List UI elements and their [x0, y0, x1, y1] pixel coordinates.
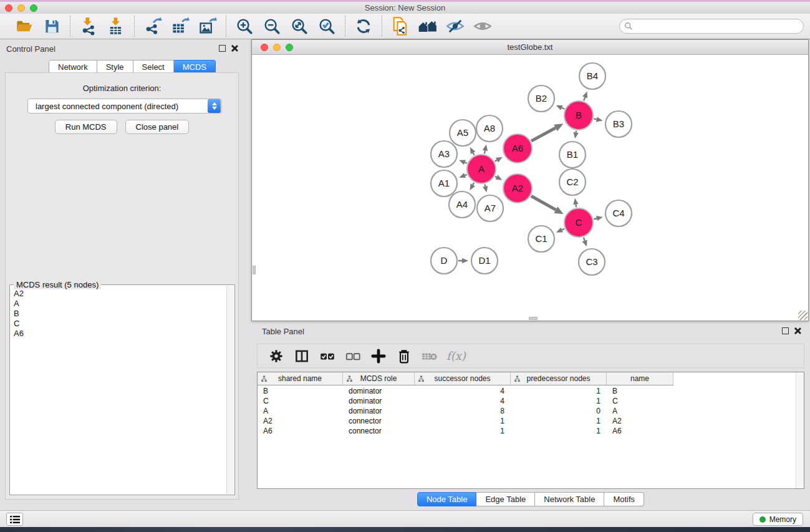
float-panel-icon[interactable]: [219, 45, 226, 52]
network-window-titlebar[interactable]: testGlobe.txt: [252, 40, 808, 55]
table-row[interactable]: A2connector11A2: [258, 416, 796, 426]
memory-button[interactable]: Memory: [753, 513, 803, 526]
hide-graphics-button[interactable]: [443, 16, 467, 37]
network-node-B1[interactable]: B1: [559, 142, 586, 168]
column-header-name[interactable]: name: [607, 372, 673, 385]
table-scrollbar[interactable]: [796, 372, 804, 488]
network-node-D1[interactable]: D1: [471, 248, 498, 274]
add-row-button[interactable]: [367, 346, 390, 366]
delete-row-button[interactable]: [393, 346, 415, 366]
network-node-C2[interactable]: C2: [559, 169, 586, 195]
column-header-successor-nodes[interactable]: successor nodes: [415, 372, 511, 385]
table-row[interactable]: Bdominator41B: [258, 386, 796, 396]
network-node-A4[interactable]: A4: [449, 191, 475, 218]
svg-text:B: B: [576, 110, 582, 120]
svg-text:A2: A2: [512, 183, 523, 193]
search-field[interactable]: [619, 19, 804, 34]
export-table-button[interactable]: [168, 16, 192, 37]
table-row[interactable]: Adominator80A: [258, 406, 796, 416]
float-table-panel-icon[interactable]: [782, 327, 789, 334]
import-network-icon: [79, 17, 98, 36]
network-node-C1[interactable]: C1: [528, 226, 554, 252]
close-panel-button[interactable]: Close panel: [125, 120, 190, 134]
zoom-selected-button[interactable]: [315, 16, 339, 37]
close-table-panel-icon[interactable]: [794, 327, 801, 334]
show-graphics-button[interactable]: [471, 16, 494, 37]
network-node-C4[interactable]: C4: [605, 200, 632, 226]
open-session-button[interactable]: [12, 16, 36, 37]
network-node-B3[interactable]: B3: [605, 111, 632, 137]
app-titlebar: Session: New Session: [0, 0, 810, 14]
zoom-out-button[interactable]: [260, 16, 284, 37]
table-row[interactable]: A6connector11A6: [258, 426, 796, 436]
plus-icon: [370, 348, 387, 364]
table-cell: B: [607, 387, 673, 395]
network-node-B[interactable]: B: [564, 101, 593, 130]
table-settings-button[interactable]: [265, 346, 287, 366]
column-header-predecessor-nodes[interactable]: predecessor nodes: [511, 372, 607, 385]
edge-A2-C: [531, 196, 556, 210]
run-mcds-button[interactable]: Run MCDS: [55, 120, 117, 134]
tab-style[interactable]: Style: [97, 60, 133, 74]
search-input[interactable]: [633, 20, 803, 32]
result-item[interactable]: B: [11, 309, 226, 319]
save-session-button[interactable]: [40, 16, 64, 37]
network-canvas[interactable]: AA1A2A3A4A5A6A7A8BB1B2B3B4CC1C2C3C4DD1: [252, 56, 808, 321]
canvas-bottom-scrollnub[interactable]: [529, 317, 538, 320]
result-item[interactable]: A6: [11, 329, 226, 339]
delete-column-icon: [421, 349, 438, 363]
tab-select[interactable]: Select: [133, 60, 174, 74]
table-row[interactable]: Cdominator41C: [258, 396, 796, 406]
window-resize-grip[interactable]: [798, 311, 808, 320]
network-node-A2[interactable]: A2: [503, 174, 532, 203]
export-image-button[interactable]: [196, 16, 219, 37]
network-node-A5[interactable]: A5: [450, 120, 476, 146]
edge-A-A8: [485, 150, 485, 153]
control-panel-title: Control Panel: [6, 44, 55, 54]
svg-text:C1: C1: [535, 233, 547, 244]
network-node-B2[interactable]: B2: [528, 85, 554, 112]
refresh-view-button[interactable]: [352, 16, 375, 37]
network-node-A1[interactable]: A1: [431, 170, 457, 196]
tab-network[interactable]: Network: [49, 60, 97, 74]
network-node-C3[interactable]: C3: [579, 249, 605, 275]
column-header-MCDS-role[interactable]: MCDS role: [343, 372, 415, 385]
network-node-A6[interactable]: A6: [503, 134, 532, 163]
network-node-D[interactable]: D: [431, 248, 457, 274]
tab-edge-table[interactable]: Edge Table: [476, 492, 535, 506]
import-network-button[interactable]: [77, 16, 100, 37]
table-cell: B: [258, 387, 343, 395]
canvas-left-scrollnub[interactable]: [253, 266, 256, 274]
network-node-C[interactable]: C: [564, 208, 593, 237]
network-node-A8[interactable]: A8: [476, 115, 503, 142]
column-header-shared-name[interactable]: shared name: [258, 372, 343, 385]
clone-network-button[interactable]: [388, 16, 412, 37]
select-all-button[interactable]: [316, 346, 339, 366]
open-legacy-button[interactable]: [416, 16, 440, 37]
shared-column-icon: [514, 375, 521, 382]
deselect-all-button[interactable]: [342, 346, 364, 366]
result-item[interactable]: A: [11, 299, 226, 309]
result-item[interactable]: C: [11, 319, 226, 329]
network-node-B4[interactable]: B4: [579, 63, 605, 89]
tab-motifs[interactable]: Motifs: [604, 492, 644, 506]
tab-mcds[interactable]: MCDS: [174, 60, 216, 74]
network-node-A[interactable]: A: [467, 155, 496, 183]
import-table-button[interactable]: [104, 16, 128, 37]
zoom-fit-button[interactable]: [287, 16, 311, 37]
tab-network-table[interactable]: Network Table: [535, 492, 604, 506]
close-panel-icon[interactable]: [231, 44, 238, 52]
show-columns-button[interactable]: [291, 346, 313, 366]
result-scrollbar[interactable]: [226, 286, 234, 494]
criterion-dropdown[interactable]: largest connected component (directed): [27, 99, 222, 114]
tab-node-table[interactable]: Node Table: [417, 492, 477, 506]
svg-text:A5: A5: [457, 127, 468, 138]
svg-text:D: D: [441, 255, 448, 266]
task-history-button[interactable]: [6, 513, 23, 526]
export-network-button[interactable]: [141, 16, 165, 37]
network-node-A3[interactable]: A3: [431, 141, 457, 167]
edge-arrowhead: [573, 132, 578, 139]
result-item[interactable]: A2: [11, 289, 226, 299]
network-node-A7[interactable]: A7: [477, 195, 503, 221]
zoom-in-button[interactable]: [233, 16, 256, 37]
